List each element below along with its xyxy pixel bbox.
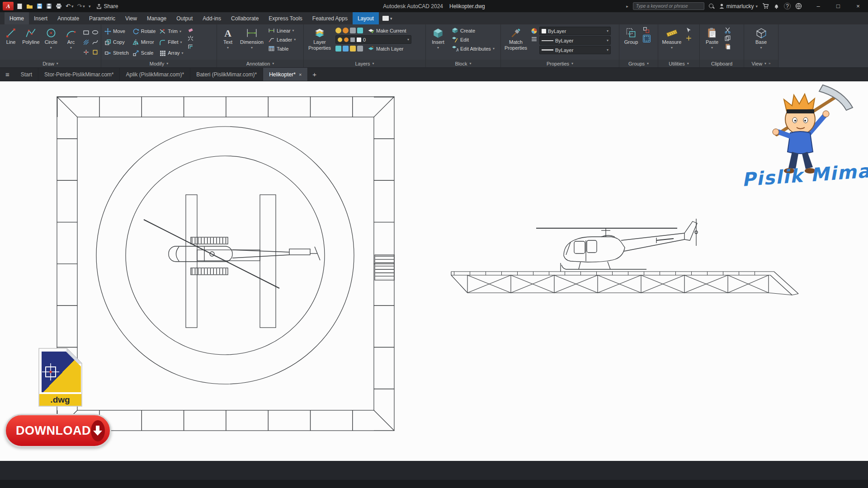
arc-button[interactable]: Arc ▾ [62, 26, 80, 52]
text-button[interactable]: A Text ▾ [219, 26, 237, 52]
panel-label-block[interactable]: Block▾ [426, 60, 500, 67]
help-button[interactable]: ? [784, 3, 791, 9]
tab-featured-apps[interactable]: Featured Apps [307, 12, 353, 24]
edit-attributes-button[interactable]: AEdit Attributes▾ [450, 45, 496, 52]
region-tool-button[interactable] [91, 47, 99, 56]
measure-button[interactable]: Measure ▾ [660, 26, 684, 52]
file-tab-aplik[interactable]: Aplik (PislikMimar.com)* [120, 68, 190, 81]
linetype-dropdown[interactable]: ByLayer ▾ [539, 36, 611, 45]
tab-view[interactable]: View [120, 12, 142, 24]
tab-annotate[interactable]: Annotate [52, 12, 84, 24]
explode-button[interactable] [187, 35, 194, 42]
dimension-button[interactable]: Dimension ▾ [239, 26, 265, 52]
notifications-button[interactable] [774, 3, 779, 9]
undo-button[interactable]: ↶▾ [66, 3, 73, 9]
download-button[interactable]: DOWNLOAD [5, 414, 111, 447]
scale-button[interactable]: Scale [131, 47, 157, 58]
color-wheel-icon[interactable] [531, 28, 538, 34]
file-tab-menu-icon[interactable]: ≡ [0, 68, 15, 81]
erase-button[interactable] [187, 27, 194, 33]
leader-button[interactable]: Leader▾ [267, 36, 297, 43]
mirror-button[interactable]: Mirror [131, 37, 157, 47]
polyline-button[interactable]: Polyline [22, 26, 40, 46]
app-store-button[interactable] [762, 3, 769, 9]
assistant-button[interactable] [795, 3, 802, 9]
rectangle-tool-button[interactable] [82, 28, 90, 37]
search-input[interactable] [633, 2, 704, 10]
file-tab-bateri[interactable]: Bateri (PislikMimar.com)* [190, 68, 263, 81]
point-tool-button[interactable] [82, 47, 90, 56]
lineweight-dropdown[interactable]: ByLayer ▾ [539, 46, 611, 54]
ungroup-button[interactable] [643, 27, 651, 33]
file-tab-helikopter[interactable]: Helikopter* × [263, 68, 308, 81]
layer-tool-icon[interactable] [343, 46, 349, 52]
collapse-search-icon[interactable]: ▸ [626, 4, 628, 9]
panel-label-annotation[interactable]: Annotation▾ [217, 60, 303, 67]
plot-button[interactable] [56, 3, 62, 9]
panel-label-modify[interactable]: Modify▾ [101, 60, 217, 67]
group-edit-button[interactable] [643, 35, 651, 42]
ribbon-display-toggle[interactable]: ▾ [379, 12, 396, 24]
rotate-button[interactable]: Rotate [131, 26, 157, 37]
id-point-button[interactable] [685, 35, 692, 42]
qat-customize-button[interactable]: ▾ [89, 4, 91, 9]
panel-label-utilities[interactable]: Utilities▾ [658, 60, 699, 67]
paste-button[interactable]: Paste ▾ [702, 26, 722, 52]
tab-insert[interactable]: Insert [29, 12, 52, 24]
tab-add-ins[interactable]: Add-ins [198, 12, 226, 24]
tab-home[interactable]: Home [5, 12, 29, 24]
save-button[interactable] [37, 3, 42, 9]
share-button[interactable]: Share [96, 3, 118, 9]
match-properties-button[interactable]: Match Properties [503, 26, 529, 52]
linear-button[interactable]: Linear▾ [267, 27, 297, 34]
tab-layout[interactable]: Layout [353, 12, 379, 24]
helicopter-top-view[interactable] [144, 220, 320, 288]
panel-label-draw[interactable]: Draw▾ [0, 60, 101, 67]
tab-express-tools[interactable]: Express Tools [264, 12, 307, 24]
autocad-app-icon[interactable]: A [3, 2, 14, 10]
cut-button[interactable] [724, 27, 731, 33]
create-block-button[interactable]: Create [450, 27, 496, 34]
platform-side-view[interactable] [451, 272, 798, 295]
move-button[interactable]: Move [103, 26, 130, 37]
line-button[interactable]: Line [2, 26, 20, 46]
insert-block-button[interactable]: Insert ▾ [428, 26, 448, 52]
panel-label-view[interactable]: View▾» [744, 60, 778, 67]
layer-tool-icon[interactable] [350, 46, 356, 52]
table-button[interactable]: Table [267, 45, 297, 52]
ellipse-tool-button[interactable] [91, 28, 99, 37]
make-current-button[interactable]: Make Current [366, 27, 408, 34]
helicopter-side-view[interactable] [536, 219, 698, 272]
open-button[interactable] [26, 3, 33, 9]
layer-off-icon[interactable] [335, 28, 341, 33]
copy-button[interactable]: Copy [103, 37, 130, 47]
list-icon[interactable] [531, 36, 538, 42]
offset-button[interactable] [187, 43, 194, 50]
stretch-button[interactable]: Stretch [103, 47, 130, 58]
file-tab-stor-perde[interactable]: Stor-Perde-PislikMimar.com* [38, 68, 120, 81]
panel-label-layers[interactable]: Layers▾ [304, 60, 425, 67]
base-view-button[interactable]: Base ▾ [751, 26, 772, 52]
new-tab-button[interactable]: + [308, 68, 321, 81]
panel-label-clipboard[interactable]: Clipboard [700, 60, 744, 67]
tab-parametric[interactable]: Parametric [84, 12, 120, 24]
redo-button[interactable]: ↷▾ [77, 3, 85, 9]
new-drawing-button[interactable] [17, 3, 23, 9]
drawing-canvas[interactable]: Pislik Mimar .dwg DOWNLOAD [0, 81, 868, 461]
save-as-button[interactable] [46, 3, 52, 9]
close-button[interactable]: × [848, 0, 868, 12]
match-layer-button[interactable]: Match Layer [366, 45, 405, 52]
close-tab-icon[interactable]: × [299, 72, 302, 77]
tab-manage[interactable]: Manage [142, 12, 171, 24]
layer-properties-button[interactable]: Layer Properties [306, 26, 334, 52]
maximize-button[interactable]: □ [828, 0, 848, 12]
layer-tool-icon[interactable] [357, 46, 363, 52]
file-tab-start[interactable]: Start [15, 68, 38, 81]
object-color-dropdown[interactable]: ByLayer ▾ [539, 27, 611, 35]
quick-select-button[interactable] [685, 27, 692, 33]
panel-label-properties[interactable]: Properties▾ [501, 60, 619, 67]
minimize-button[interactable]: – [808, 0, 828, 12]
spline-tool-button[interactable] [91, 38, 99, 47]
fillet-button[interactable]: Fillet▾ [158, 37, 184, 47]
edit-block-button[interactable]: Edit [450, 36, 496, 43]
